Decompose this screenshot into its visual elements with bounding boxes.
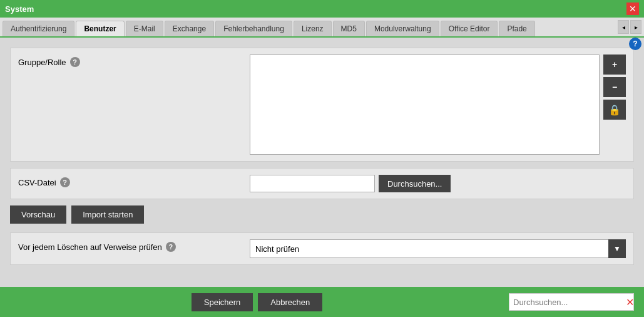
global-help-icon[interactable]: ? — [629, 38, 641, 50]
system-window: System ✕ Authentifizierung Benutzer E-Ma… — [0, 0, 644, 317]
save-button[interactable]: Speichern — [192, 293, 253, 311]
delete-select-wrapper: Nicht prüfen Prüfen Immer prüfen ▼ — [250, 239, 626, 258]
delete-check-inner: Vor jedem Löschen auf Verweise prüfen ? … — [18, 239, 626, 258]
csv-datei-help-icon[interactable]: ? — [60, 177, 70, 187]
csv-datei-label-area: CSV-Datei ? — [18, 175, 250, 187]
gruppe-rolle-label: Gruppe/Rolle — [18, 58, 66, 67]
tab-lizenz[interactable]: Lizenz — [294, 21, 332, 36]
tab-modulverwaltung[interactable]: Modulverwaltung — [366, 21, 439, 36]
gruppe-rolle-label-area: Gruppe/Rolle ? — [18, 55, 250, 67]
tab-bar: Authentifizierung Benutzer E-Mail Exchan… — [0, 18, 644, 38]
tab-md5[interactable]: MD5 — [333, 21, 365, 36]
tab-exchange[interactable]: Exchange — [165, 21, 214, 36]
delete-check-area: Nicht prüfen Prüfen Immer prüfen ▼ — [250, 239, 626, 258]
cancel-button[interactable]: Abbrechen — [258, 293, 322, 311]
gruppe-rolle-section: Gruppe/Rolle ? + − 🔒 — [10, 48, 634, 162]
lock-icon: 🔒 — [608, 104, 621, 116]
tab-email[interactable]: E-Mail — [126, 21, 163, 36]
delete-check-help-icon[interactable]: ? — [166, 242, 176, 252]
csv-datei-input[interactable] — [250, 175, 375, 192]
title-bar: System ✕ — [0, 0, 644, 18]
tab-pfade[interactable]: Pfade — [499, 21, 534, 36]
tab-prev-arrow[interactable]: ◂ — [618, 20, 629, 34]
delete-check-section: Vor jedem Löschen auf Verweise prüfen ? … — [10, 232, 634, 265]
delete-check-label: Vor jedem Löschen auf Verweise prüfen — [18, 242, 162, 252]
gruppe-rolle-area: + − 🔒 — [250, 55, 626, 155]
tab-overflow: ◂ ▸ — [618, 20, 641, 36]
tab-fehlerbehandlung[interactable]: Fehlerbehandlung — [215, 21, 292, 36]
tab-next-arrow[interactable]: ▸ — [630, 20, 641, 34]
delete-check-select[interactable]: Nicht prüfen Prüfen Immer prüfen — [250, 239, 626, 258]
search-clear-icon[interactable]: ✕ — [622, 296, 638, 308]
main-content: Gruppe/Rolle ? + − 🔒 — [0, 38, 644, 287]
gruppe-rolle-textarea[interactable] — [250, 55, 600, 155]
window-title: System — [5, 4, 34, 14]
gruppe-rolle-inner: Gruppe/Rolle ? + − 🔒 — [18, 55, 626, 155]
vorschau-button[interactable]: Vorschau — [10, 205, 66, 224]
csv-datei-inner: CSV-Datei ? Durchsuchen... — [18, 175, 626, 192]
tab-office-editor[interactable]: Office Editor — [441, 21, 498, 36]
import-button[interactable]: Import starten — [71, 205, 144, 224]
csv-browse-button[interactable]: Durchsuchen... — [379, 175, 451, 192]
remove-gruppe-button[interactable]: − — [603, 77, 626, 97]
csv-datei-area: Durchsuchen... — [250, 175, 626, 192]
add-gruppe-button[interactable]: + — [603, 55, 626, 75]
delete-check-label-area: Vor jedem Löschen auf Verweise prüfen ? — [18, 239, 250, 252]
gruppe-rolle-help-icon[interactable]: ? — [70, 57, 80, 67]
close-button[interactable]: ✕ — [626, 3, 639, 15]
bottom-search-box: ✕ — [509, 293, 634, 311]
bottom-bar: Speichern Abbrechen ✕ — [0, 287, 644, 317]
csv-datei-label: CSV-Datei — [18, 178, 56, 187]
bottom-search-input[interactable] — [509, 298, 622, 307]
tab-authentifizierung[interactable]: Authentifizierung — [3, 21, 74, 36]
gruppe-rolle-buttons: + − 🔒 — [603, 55, 626, 155]
action-row: Vorschau Import starten — [10, 205, 634, 224]
tab-benutzer[interactable]: Benutzer — [76, 21, 124, 36]
lock-gruppe-button[interactable]: 🔒 — [603, 100, 626, 120]
csv-datei-section: CSV-Datei ? Durchsuchen... — [10, 168, 634, 199]
